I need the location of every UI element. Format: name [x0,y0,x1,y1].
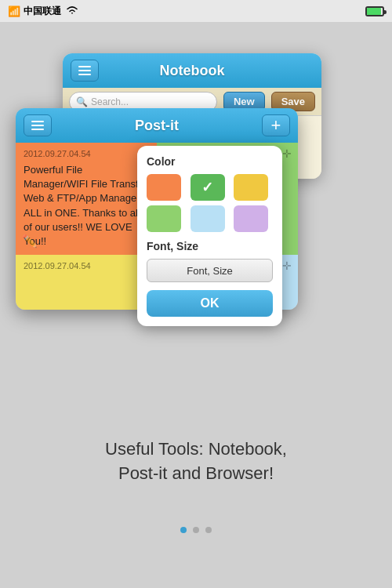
postit-note-orange: ✛ 2012.09.27.04.54 Powerful File Manager… [16,143,157,255]
ok-button[interactable]: OK [147,290,273,317]
wifi-icon [66,5,78,17]
battery-icon [365,6,384,16]
color-grid: ✓ [147,174,273,232]
color-swatch-yellow[interactable] [234,174,268,201]
carrier-label: 中国联通 [24,5,61,18]
dot-1[interactable] [180,527,187,533]
page-dots [0,527,392,533]
postit-add-button[interactable]: + [262,114,290,136]
search-placeholder: Search... [91,96,129,107]
color-swatch-orange[interactable] [147,174,181,201]
search-icon: 🔍 [76,96,88,107]
edit-icon-1[interactable]: ✏️ [22,234,38,249]
description-text: Useful Tools: Notebook, Post-it and Brow… [0,437,392,486]
notebook-title: Notebook [160,63,225,79]
note-date-1: 2012.09.27.04.54 [24,149,149,158]
color-swatch-light-blue[interactable] [191,205,225,232]
dot-3[interactable] [205,527,212,533]
dot-2[interactable] [193,527,199,533]
color-swatch-purple[interactable] [234,205,268,232]
postit-title: Post-it [135,118,179,134]
description-line2: Post-it and Browser! [118,463,274,483]
postit-note-yellow: 2012.09.27.04.54 ✛ [16,255,157,310]
notebook-header: Notebook [63,53,321,88]
check-icon: ✓ [201,179,213,196]
battery-fill [367,8,381,15]
description-line1: Useful Tools: Notebook, [105,439,287,459]
color-section-title: Color [147,155,273,168]
move-icon-2[interactable]: ✛ [282,147,292,160]
notebook-menu-button[interactable] [71,60,99,82]
postit-header: Post-it + [16,108,298,143]
hamburger-icon [31,121,44,130]
font-section-title: Font, Size [147,240,273,252]
note-content-1: Powerful File Manager/WIFI File Transfer… [24,163,149,249]
font-size-button[interactable]: Font, Size [147,259,273,282]
main-area: Notebook 🔍 Search... New Save 🎬 🖼 input … [0,22,392,588]
color-picker-popup: Color ✓ Font, Size Font, Size OK [137,146,282,326]
signal-icon: 📶 [8,5,20,17]
status-bar: 📶 中国联通 [0,0,392,22]
postit-menu-button[interactable] [24,114,52,136]
color-swatch-green-selected[interactable]: ✓ [191,174,225,201]
note-date-3: 2012.09.27.04.54 [24,261,149,270]
color-swatch-light-green[interactable] [147,205,181,232]
move-icon-4[interactable]: ✛ [282,260,292,272]
hamburger-icon [78,66,91,75]
